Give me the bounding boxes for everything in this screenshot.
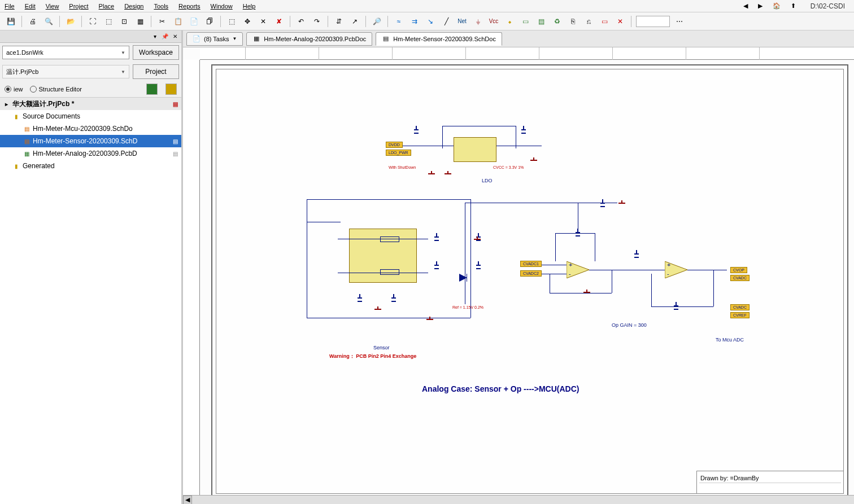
menu-help[interactable]: Help <box>243 2 256 10</box>
select-icon[interactable]: ⬚ <box>225 15 238 28</box>
cap-m1[interactable] <box>434 233 439 242</box>
tab-pcb[interactable]: ▦ Hm-Meter-Analog-20200309.PcbDoc <box>246 32 372 46</box>
net-label-icon[interactable]: Net <box>456 15 468 28</box>
save-icon[interactable]: 💾 <box>5 15 17 28</box>
mode-dropdown[interactable] <box>636 16 670 27</box>
workspace-button[interactable]: Workspace <box>133 45 179 60</box>
opamp-u2[interactable]: +- <box>665 261 687 278</box>
panel-dropdown-icon[interactable]: ▾ <box>151 33 159 41</box>
view-opt2-icon[interactable] <box>165 84 177 95</box>
expand-icon[interactable]: ▸ <box>2 100 10 108</box>
svg-text:+: + <box>667 261 670 268</box>
net-out4[interactable]: CVREF <box>730 312 750 318</box>
menu-edit[interactable]: Edit <box>25 2 36 10</box>
chevron-down-icon[interactable]: ▼ <box>232 36 237 41</box>
cut-icon[interactable]: ✂ <box>156 15 168 28</box>
copy-icon[interactable]: 📋 <box>172 15 184 28</box>
nav-home-icon[interactable]: 🏠 <box>773 2 781 10</box>
menu-view[interactable]: View <box>46 2 59 10</box>
cap-pwr1[interactable] <box>600 199 605 208</box>
nav-back-icon[interactable]: ◀ <box>743 2 748 10</box>
close-x-icon[interactable]: ✕ <box>614 15 626 28</box>
redo-icon[interactable]: ↷ <box>311 15 323 28</box>
project-tree[interactable]: ▸ 华大额温计.PrjPcb * ▤ ▮ Source Documents ▤ … <box>0 98 181 504</box>
cap-c2[interactable] <box>521 126 526 135</box>
zoom-full-icon[interactable]: ⛶ <box>86 15 99 28</box>
sheet-entry-icon[interactable]: ♻ <box>551 15 563 28</box>
project-dropdown[interactable]: 温计.PrjPcb <box>2 65 129 78</box>
menu-file[interactable]: File <box>5 2 15 10</box>
net-out2[interactable]: CVADC <box>730 275 750 281</box>
gnd-port-icon[interactable]: ⏚ <box>472 15 484 28</box>
menu-project[interactable]: Project <box>69 2 88 10</box>
tab-sch[interactable]: ▤ Hm-Meter-Sensor-20200309.SchDoc <box>376 32 502 46</box>
bus-icon[interactable]: ⇉ <box>408 15 421 28</box>
zoom-sheet-icon[interactable]: ▦ <box>134 15 146 28</box>
tree-doc-analog[interactable]: ▦ Hm-Meter-Analog-20200309.PcbD ▤ <box>0 147 181 160</box>
bus-entry-icon[interactable]: ↘ <box>424 15 437 28</box>
clear-icon[interactable]: ✘ <box>273 15 285 28</box>
vcc-port-icon[interactable]: Vcc <box>487 15 500 28</box>
net-dvdd[interactable]: DVDD <box>386 142 403 148</box>
cap-sensor1[interactable] <box>358 294 362 303</box>
port-icon[interactable]: ⬥ <box>503 15 516 28</box>
print-icon[interactable]: 🖨 <box>27 15 39 28</box>
tree-project-root[interactable]: ▸ 华大额温计.PrjPcb * ▤ <box>0 98 181 110</box>
zoom-select-icon[interactable]: ⊡ <box>118 15 130 28</box>
cap-op2b[interactable] <box>674 302 678 311</box>
tree-doc-mcu[interactable]: ▤ Hm-Meter-Mcu-20200309.SchDo <box>0 122 181 135</box>
nav-up-icon[interactable]: ⬆ <box>791 2 796 10</box>
undo-icon[interactable]: ↶ <box>295 15 307 28</box>
menu-reports[interactable]: Reports <box>178 2 201 10</box>
cap-m4[interactable] <box>476 261 481 270</box>
structure-editor-radio[interactable]: Structure Editor <box>30 86 82 93</box>
cap-c1[interactable] <box>414 126 419 135</box>
preview-icon[interactable]: 🔍 <box>42 15 55 28</box>
deselect-icon[interactable]: ✕ <box>257 15 269 28</box>
panel-close-icon[interactable]: ✕ <box>171 33 179 41</box>
zoom-area-icon[interactable]: ⬚ <box>102 15 115 28</box>
scroll-left-icon[interactable]: ◀ <box>183 496 192 505</box>
cap-op2a[interactable] <box>634 250 639 259</box>
device-sheet-icon[interactable]: ⎘ <box>567 15 579 28</box>
wire-icon[interactable]: ≈ <box>393 15 405 28</box>
net-out3[interactable]: CVADC <box>730 304 750 310</box>
tab-tasks[interactable]: 📄 (8) Tasks ▼ <box>186 32 243 46</box>
browse-icon[interactable]: 🔎 <box>371 15 383 28</box>
nav-fwd-icon[interactable]: ▶ <box>758 2 762 10</box>
hierarchy-up-icon[interactable]: ⇵ <box>333 15 345 28</box>
scrollbar-horizontal[interactable]: ◀ <box>183 495 854 504</box>
view-opt1-icon[interactable] <box>146 84 158 95</box>
menu-tools[interactable]: Tools <box>154 2 168 10</box>
cap-sensor2[interactable] <box>391 294 396 303</box>
polyline-icon[interactable]: ╱ <box>440 15 452 28</box>
sheet-symbol-icon[interactable]: ▤ <box>535 15 547 28</box>
net-out1[interactable]: CVOP <box>730 267 747 273</box>
no-erc-icon[interactable]: ▭ <box>598 15 611 28</box>
opamp-u1[interactable]: +- <box>567 261 589 278</box>
menu-place[interactable]: Place <box>99 2 115 10</box>
tree-generated[interactable]: ▮ Generated <box>0 160 181 172</box>
net-ldo-pwr[interactable]: LDO_PWR <box>386 150 411 156</box>
part-icon[interactable]: ▭ <box>519 15 531 28</box>
project-button[interactable]: Project <box>133 64 179 79</box>
net-cvadc1[interactable]: CVADC1 <box>520 261 542 267</box>
move-icon[interactable]: ✥ <box>241 15 254 28</box>
menu-design[interactable]: Design <box>124 2 143 10</box>
more-icon[interactable]: ⋯ <box>673 15 686 28</box>
tree-source-documents[interactable]: ▮ Source Documents <box>0 110 181 122</box>
harness-icon[interactable]: ⎌ <box>582 15 595 28</box>
cap-m2[interactable] <box>434 261 439 270</box>
paste-icon[interactable]: 📄 <box>188 15 200 28</box>
ldo-ic[interactable] <box>454 137 496 162</box>
cross-probe-icon[interactable]: ↗ <box>348 15 361 28</box>
menu-window[interactable]: Window <box>211 2 233 10</box>
file-view-radio[interactable]: iew <box>5 86 23 93</box>
tree-doc-sensor[interactable]: ▤ Hm-Meter-Sensor-20200309.SchD ▤ <box>0 135 181 147</box>
rubber-stamp-icon[interactable]: 🗍 <box>203 15 216 28</box>
workspace-dropdown[interactable]: ace1.DsnWrk <box>2 46 129 59</box>
open-icon[interactable]: 📂 <box>64 15 77 28</box>
net-cvadc2[interactable]: CVADC2 <box>520 270 542 277</box>
panel-pin-icon[interactable]: 📌 <box>161 33 169 41</box>
schematic-canvas[interactable]: DVDD LDO_PWR LDO CVCC = 3.3V 1% With Shu… <box>183 47 854 504</box>
